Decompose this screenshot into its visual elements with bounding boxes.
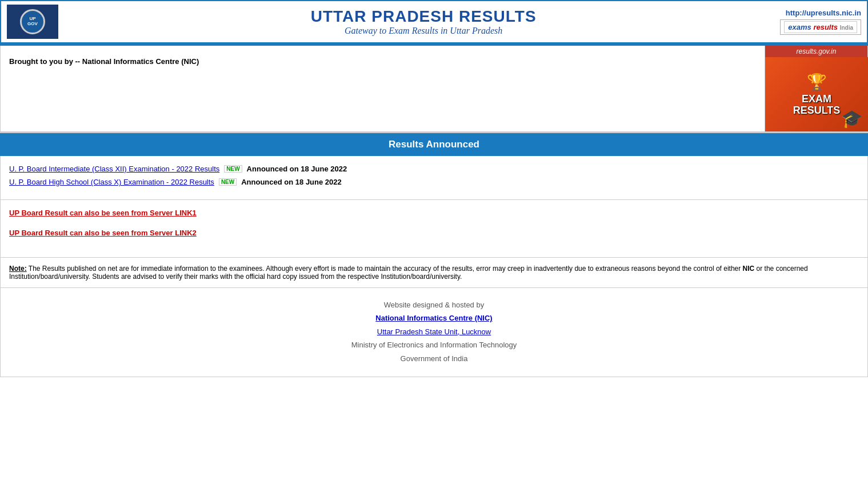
- footer-line1: Website designed & hosted by: [9, 298, 859, 311]
- footer-nic-link[interactable]: National Informatics Centre (NIC): [375, 314, 492, 322]
- results-announced-title: Results Announced: [11, 139, 857, 150]
- announced-date-2: Announced on 18 June 2022: [241, 178, 342, 186]
- announced-date-1: Announced on 18 June 2022: [247, 165, 347, 173]
- exam-text-line1: EXAM: [802, 94, 831, 105]
- header-right: http://upresults.nic.in exams results In…: [780, 9, 861, 35]
- footer-ministry: Ministry of Electronics and Information …: [9, 338, 859, 351]
- results-list-section: U. P. Board Intermediate (Class XII) Exa…: [0, 156, 868, 200]
- exam-text-line2: RESULTS: [793, 105, 841, 117]
- note-label: Note:: [9, 265, 27, 273]
- result-link-1[interactable]: U. P. Board Intermediate (Class XII) Exa…: [9, 165, 219, 173]
- note-text-1: The Results published on net are for imm…: [29, 265, 743, 273]
- nic-text: NIC: [743, 265, 755, 273]
- right-panel: results.gov.in 🏆 EXAM RESULTS 🎓: [765, 46, 867, 131]
- new-badge-2: NEW: [219, 178, 237, 186]
- result-row-2: U. P. Board High School (Class X) Examin…: [9, 178, 859, 186]
- footer-up-link[interactable]: Uttar Pradesh State Unit, Lucknow: [377, 327, 491, 336]
- result-link-2[interactable]: U. P. Board High School (Class X) Examin…: [9, 178, 214, 186]
- exam-results-image: 🏆 EXAM RESULTS 🎓: [765, 57, 868, 131]
- trophy-icon: 🏆: [807, 73, 827, 91]
- content-area: Brought to you by -- National Informatic…: [0, 46, 868, 132]
- footer-govt: Government of India: [9, 352, 859, 365]
- up-logo: UPGOV: [7, 5, 58, 39]
- site-header: UPGOV UTTAR PRADESH RESULTS Gateway to E…: [0, 0, 868, 43]
- exams-label: exams: [788, 23, 811, 31]
- server-link-1[interactable]: UP Board Result can also be seen from Se…: [9, 209, 859, 217]
- server-links-section: UP Board Result can also be seen from Se…: [0, 200, 868, 258]
- new-badge-1: NEW: [224, 165, 242, 173]
- results-gov-bar[interactable]: results.gov.in: [765, 46, 867, 57]
- main-content: Brought to you by -- National Informatic…: [1, 46, 765, 131]
- header-title: UTTAR PRADESH RESULTS Gateway to Exam Re…: [67, 7, 780, 36]
- header-url-link[interactable]: http://upresults.nic.in: [786, 9, 861, 17]
- site-title: UTTAR PRADESH RESULTS: [67, 7, 780, 26]
- results-label: results: [813, 23, 838, 31]
- result-row-1: U. P. Board Intermediate (Class XII) Exa…: [9, 165, 859, 173]
- results-announced-header: Results Announced: [0, 132, 868, 156]
- note-section: Note: The Results published on net are f…: [0, 258, 868, 288]
- india-label: India: [840, 25, 853, 31]
- footer-section: Website designed & hosted by National In…: [0, 288, 868, 377]
- exams-results-badge: exams results India: [780, 19, 861, 35]
- server-link-2[interactable]: UP Board Result can also be seen from Se…: [9, 229, 859, 237]
- person-icon: 🎓: [841, 109, 862, 129]
- site-subtitle: Gateway to Exam Results in Uttar Pradesh: [67, 26, 780, 36]
- brought-to-you: Brought to you by -- National Informatic…: [9, 57, 756, 66]
